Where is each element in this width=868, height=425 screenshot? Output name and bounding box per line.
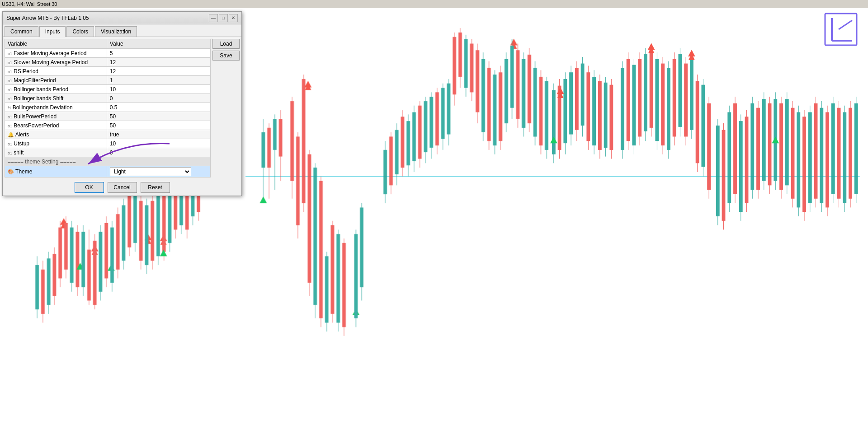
svg-rect-177 <box>768 103 772 185</box>
svg-rect-226 <box>75 232 79 287</box>
svg-rect-242 <box>110 228 114 283</box>
separator-row: ===== theme Setting ===== <box>5 157 211 166</box>
svg-rect-165 <box>733 103 737 194</box>
maximize-button[interactable]: □ <box>219 14 228 22</box>
theme-val-cell[interactable]: Light Dark <box>107 166 210 177</box>
svg-rect-252 <box>127 192 131 248</box>
svg-rect-48 <box>412 112 416 161</box>
svg-rect-131 <box>644 54 647 131</box>
tab-common[interactable]: Common <box>5 26 38 37</box>
var-cell: o1 MagicFilterPeriod <box>5 76 107 85</box>
svg-rect-129 <box>638 59 642 137</box>
svg-line-281 <box>839 20 852 29</box>
tab-inputs[interactable]: Inputs <box>39 26 66 37</box>
svg-rect-84 <box>510 46 514 107</box>
var-cell: 🔔 Alerts <box>5 130 107 139</box>
table-row: o1 RSIPeriod 12 <box>5 67 211 76</box>
val-cell[interactable]: 0 <box>107 94 210 103</box>
svg-rect-256 <box>139 201 143 261</box>
svg-rect-94 <box>539 77 542 145</box>
svg-rect-74 <box>481 59 485 132</box>
svg-rect-224 <box>70 228 74 283</box>
table-row: o1 Bollinger bands Period 10 <box>5 85 211 94</box>
svg-rect-116 <box>598 81 602 150</box>
val-cell[interactable]: true <box>107 130 210 139</box>
val-cell[interactable]: 50 <box>107 112 210 121</box>
svg-rect-92 <box>533 68 537 136</box>
svg-rect-38 <box>383 150 387 194</box>
svg-rect-202 <box>837 108 841 199</box>
save-button[interactable]: Save <box>212 51 240 61</box>
svg-rect-135 <box>655 59 659 141</box>
val-cell[interactable]: 0 <box>107 148 210 157</box>
svg-rect-169 <box>745 117 749 203</box>
svg-marker-265 <box>160 250 167 257</box>
theme-select[interactable]: Light Dark <box>110 167 191 176</box>
table-row: o1 Utstup 10 <box>5 139 211 148</box>
svg-rect-171 <box>750 103 754 190</box>
dialog-content: Variable Value o1 Faster Moving Average … <box>3 37 241 179</box>
svg-rect-139 <box>667 68 670 149</box>
side-buttons: Load Save <box>212 39 240 177</box>
reset-button[interactable]: Reset <box>141 182 170 193</box>
svg-rect-60 <box>447 84 450 135</box>
tab-colors[interactable]: Colors <box>66 26 94 37</box>
var-cell: o1 Bollinger bands Period <box>5 85 107 94</box>
svg-rect-200 <box>831 103 835 194</box>
svg-marker-184 <box>772 136 779 143</box>
table-row: o1 BullsPowerPeriod 50 <box>5 112 211 121</box>
load-button[interactable]: Load <box>212 39 240 49</box>
separator-label: ===== theme Setting ===== <box>5 157 211 166</box>
svg-rect-159 <box>716 126 720 216</box>
var-cell: o1 RSIPeriod <box>5 67 107 76</box>
svg-rect-167 <box>739 121 743 212</box>
svg-rect-181 <box>779 103 783 190</box>
svg-rect-46 <box>406 121 410 165</box>
svg-rect-19 <box>307 154 311 283</box>
svg-rect-108 <box>581 64 585 126</box>
svg-rect-21 <box>313 168 317 305</box>
svg-rect-246 <box>122 205 125 261</box>
svg-rect-82 <box>505 59 508 123</box>
minimize-button[interactable]: — <box>209 14 218 22</box>
svg-rect-42 <box>395 130 399 174</box>
svg-rect-262 <box>156 192 160 256</box>
svg-rect-31 <box>342 243 346 327</box>
cancel-button[interactable]: Cancel <box>108 182 137 193</box>
svg-rect-212 <box>41 270 45 314</box>
val-cell[interactable]: 10 <box>107 85 210 94</box>
val-cell[interactable]: 12 <box>107 58 210 67</box>
svg-marker-9 <box>260 196 267 203</box>
svg-rect-220 <box>58 228 62 279</box>
val-cell[interactable]: 0.5 <box>107 103 210 112</box>
close-button[interactable]: ✕ <box>229 14 238 22</box>
svg-rect-183 <box>785 99 789 185</box>
col-value: Value <box>107 39 210 49</box>
val-cell[interactable]: 50 <box>107 121 210 130</box>
tab-visualization[interactable]: Visualization <box>95 26 137 37</box>
val-cell[interactable]: 5 <box>107 49 210 58</box>
svg-rect-68 <box>464 39 468 88</box>
taskbar-title: US30, H4: Wall Street 30 <box>2 1 57 7</box>
theme-row: 🎨 Theme Light Dark <box>5 166 211 177</box>
svg-rect-25 <box>325 256 329 322</box>
svg-rect-127 <box>632 65 636 146</box>
svg-rect-64 <box>458 33 462 77</box>
svg-rect-137 <box>661 64 665 145</box>
table-row: o1 BearsPowerPeriod 50 <box>5 121 211 130</box>
svg-rect-244 <box>116 214 120 270</box>
svg-rect-15 <box>302 79 306 203</box>
table-row: o1 Faster Moving Average Period 5 <box>5 49 211 58</box>
svg-rect-208 <box>854 103 858 194</box>
ok-button[interactable]: OK <box>75 182 104 193</box>
val-cell[interactable]: 10 <box>107 139 210 148</box>
svg-rect-194 <box>814 103 818 199</box>
dialog-tabs: Common Inputs Colors Visualization <box>3 24 241 37</box>
var-cell: o1 shift <box>5 148 107 157</box>
val-cell[interactable]: 1 <box>107 76 210 85</box>
svg-rect-161 <box>722 130 726 221</box>
svg-rect-267 <box>168 192 171 243</box>
svg-rect-27 <box>330 225 334 314</box>
svg-rect-44 <box>401 117 404 168</box>
val-cell[interactable]: 12 <box>107 67 210 76</box>
